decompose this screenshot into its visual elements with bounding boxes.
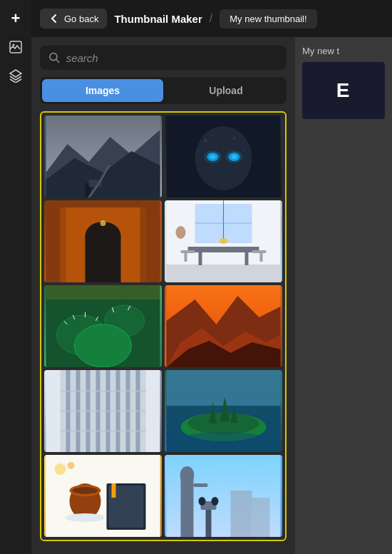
search-input[interactable] xyxy=(66,52,278,64)
svg-point-48 xyxy=(75,324,132,367)
upload-toggle-button[interactable]: Upload xyxy=(165,77,287,104)
list-item[interactable] xyxy=(44,455,162,537)
svg-rect-36 xyxy=(199,252,202,265)
list-item[interactable] xyxy=(44,370,162,452)
images-toggle-button[interactable]: Images xyxy=(42,79,163,102)
svg-point-85 xyxy=(73,487,98,494)
svg-rect-38 xyxy=(181,250,195,253)
svg-rect-34 xyxy=(167,265,281,282)
content-area: Images Upload xyxy=(31,37,392,554)
go-back-button[interactable]: Go back xyxy=(40,9,107,29)
svg-point-80 xyxy=(185,432,263,443)
svg-point-44 xyxy=(220,238,228,244)
svg-point-11 xyxy=(212,135,214,137)
app-title: Thumbnail Maker xyxy=(114,13,202,25)
svg-point-100 xyxy=(180,466,195,483)
svg-rect-55 xyxy=(46,285,160,299)
go-back-label: Go back xyxy=(64,14,98,24)
svg-rect-39 xyxy=(185,253,187,262)
image-grid-wrapper xyxy=(40,111,287,541)
layers-icon[interactable] xyxy=(3,63,29,88)
svg-rect-37 xyxy=(245,252,249,265)
svg-rect-94 xyxy=(252,498,270,537)
list-item[interactable] xyxy=(44,116,162,198)
list-item[interactable] xyxy=(165,285,282,367)
svg-rect-40 xyxy=(252,250,267,253)
left-panel: Images Upload xyxy=(31,37,295,554)
svg-point-90 xyxy=(55,463,66,475)
svg-rect-89 xyxy=(112,483,116,498)
toggle-row: Images Upload xyxy=(40,77,287,104)
svg-point-91 xyxy=(68,462,75,469)
svg-rect-35 xyxy=(188,247,259,252)
list-item[interactable] xyxy=(165,200,282,282)
svg-rect-28 xyxy=(140,207,146,282)
search-bar xyxy=(40,46,287,70)
topbar-divider: / xyxy=(210,12,212,25)
canvas-preview-text: E xyxy=(336,79,351,102)
svg-point-29 xyxy=(100,220,106,226)
svg-point-15 xyxy=(216,145,217,146)
list-item[interactable] xyxy=(165,370,282,452)
svg-rect-71 xyxy=(61,410,146,412)
svg-rect-72 xyxy=(61,430,146,432)
svg-point-21 xyxy=(226,150,243,163)
svg-rect-27 xyxy=(61,207,66,282)
svg-point-14 xyxy=(242,149,244,151)
canvas-tab-label: My new t xyxy=(302,46,339,56)
list-item[interactable] xyxy=(165,455,282,537)
sidebar: + xyxy=(0,0,31,554)
svg-rect-93 xyxy=(231,491,252,537)
list-item[interactable] xyxy=(165,116,282,198)
svg-point-9 xyxy=(195,126,252,190)
svg-point-42 xyxy=(176,226,186,239)
svg-rect-70 xyxy=(61,390,146,392)
list-item[interactable] xyxy=(44,285,162,367)
svg-point-97 xyxy=(199,497,206,506)
thumbnail-tab[interactable]: My new thumbnail! xyxy=(220,9,316,29)
canvas-preview: E xyxy=(302,62,385,119)
svg-point-86 xyxy=(66,513,105,522)
svg-rect-41 xyxy=(260,253,263,262)
svg-point-98 xyxy=(212,497,219,506)
svg-point-12 xyxy=(197,150,200,153)
canvas-area: My new t E xyxy=(295,37,392,554)
add-icon[interactable]: + xyxy=(3,6,29,31)
image-icon[interactable] xyxy=(3,34,29,60)
topbar: Go back Thumbnail Maker / My new thumbna… xyxy=(31,0,392,37)
svg-point-10 xyxy=(205,139,207,142)
search-icon xyxy=(48,51,61,64)
list-item[interactable] xyxy=(44,200,162,282)
image-grid xyxy=(44,116,282,537)
svg-rect-101 xyxy=(194,483,208,487)
svg-point-20 xyxy=(205,150,222,163)
svg-rect-99 xyxy=(181,476,194,537)
main-area: Go back Thumbnail Maker / My new thumbna… xyxy=(31,0,392,554)
svg-point-2 xyxy=(50,53,57,61)
svg-rect-74 xyxy=(167,370,281,406)
svg-point-13 xyxy=(233,137,236,140)
canvas-content: E xyxy=(302,62,385,119)
